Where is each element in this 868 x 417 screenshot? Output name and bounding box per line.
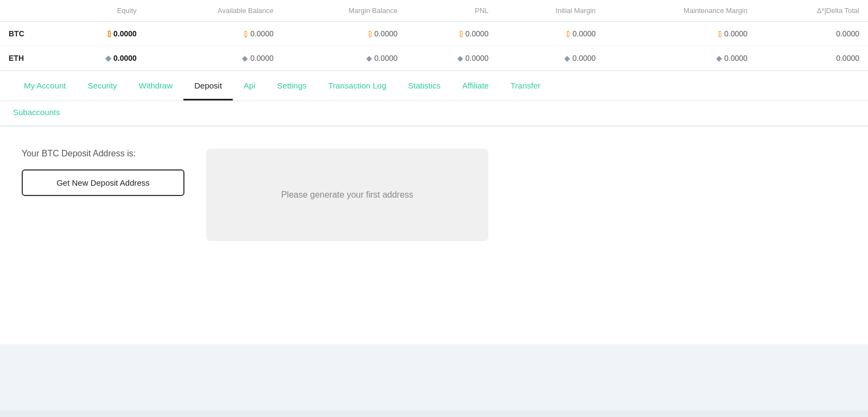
deposit-address-label: Your BTC Deposit Address is: — [22, 149, 184, 159]
pnl-value: ₿0.0000 — [406, 22, 497, 46]
maintenance-margin-value: ₿0.0000 — [604, 22, 756, 46]
tab-my-account[interactable]: My Account — [13, 71, 77, 100]
margin-balance-value: ◆0.0000 — [282, 46, 406, 71]
tab-api[interactable]: Api — [233, 71, 266, 100]
tab-affiliate[interactable]: Affiliate — [451, 71, 500, 100]
col-header-equity: Equity — [54, 0, 145, 22]
nav-section: My AccountSecurityWithdrawDepositApiSett… — [0, 71, 868, 101]
deposit-qr-area: Please generate your first address — [206, 149, 488, 241]
pnl-value: ◆0.0000 — [406, 46, 497, 71]
margin-balance-value: ₿0.0000 — [282, 22, 406, 46]
maintenance-margin-value: ◆0.0000 — [604, 46, 756, 71]
col-header-available-balance: Available Balance — [145, 0, 282, 22]
nav-row2: Subaccounts — [0, 101, 868, 126]
col-header-initial-margin: Initial Margin — [497, 0, 604, 22]
initial-margin-value: ◆0.0000 — [497, 46, 604, 71]
nav-tabs: My AccountSecurityWithdrawDepositApiSett… — [13, 71, 855, 100]
content-section: Your BTC Deposit Address is: Get New Dep… — [0, 127, 868, 344]
tab-withdraw[interactable]: Withdraw — [128, 71, 184, 100]
table-row: BTC ₿0.0000 ₿0.0000 ₿0.0000 ₿0.0000 ₿0.0… — [0, 22, 868, 46]
delta-total-value: 0.0000 — [756, 46, 868, 71]
balance-section: Equity Available Balance Margin Balance … — [0, 0, 868, 71]
available-balance-value: ₿0.0000 — [145, 22, 282, 46]
deposit-layout: Your BTC Deposit Address is: Get New Dep… — [22, 149, 846, 241]
tab-security[interactable]: Security — [77, 71, 128, 100]
get-address-button[interactable]: Get New Deposit Address — [22, 169, 184, 196]
tab-transaction-log[interactable]: Transaction Log — [317, 71, 397, 100]
initial-margin-value: ₿0.0000 — [497, 22, 604, 46]
col-header-delta-total: Δ*|Delta Total — [756, 0, 868, 22]
tab-settings[interactable]: Settings — [266, 71, 317, 100]
col-header-coin — [0, 0, 54, 22]
col-header-maintenance-margin: Maintenance Margin — [604, 0, 756, 22]
coin-label: ETH — [0, 46, 54, 71]
tab-subaccounts[interactable]: Subaccounts — [13, 101, 71, 125]
available-balance-value: ◆0.0000 — [145, 46, 282, 71]
equity-value: ◆0.0000 — [54, 46, 145, 71]
equity-value: ₿0.0000 — [54, 22, 145, 46]
balance-table: Equity Available Balance Margin Balance … — [0, 0, 868, 71]
col-header-pnl: PNL — [406, 0, 497, 22]
coin-label: BTC — [0, 22, 54, 46]
deposit-qr-placeholder: Please generate your first address — [281, 190, 413, 200]
table-row: ETH ◆0.0000 ◆0.0000 ◆0.0000 ◆0.0000 ◆0.0… — [0, 46, 868, 71]
tab-statistics[interactable]: Statistics — [397, 71, 451, 100]
tab-transfer[interactable]: Transfer — [500, 71, 551, 100]
tab-deposit[interactable]: Deposit — [183, 71, 233, 100]
deposit-left: Your BTC Deposit Address is: Get New Dep… — [22, 149, 184, 196]
col-header-margin-balance: Margin Balance — [282, 0, 406, 22]
delta-total-value: 0.0000 — [756, 22, 868, 46]
